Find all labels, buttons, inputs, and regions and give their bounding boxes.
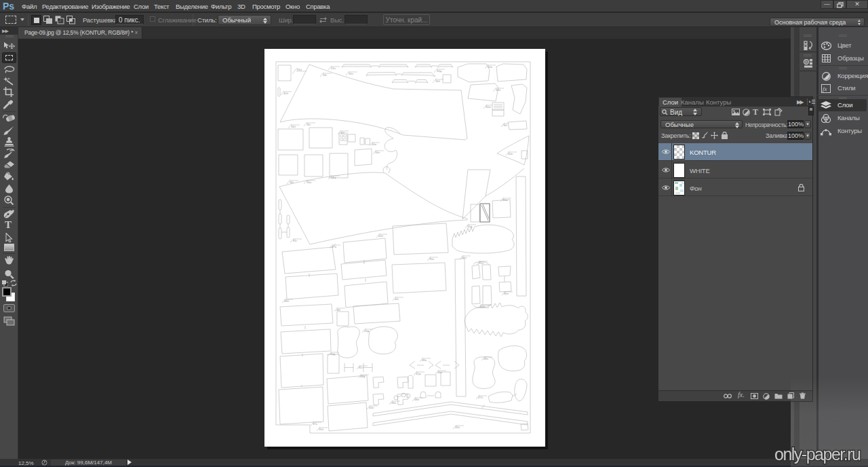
svg-text:44д: 44д [330, 352, 336, 356]
svg-text:81в: 81в [297, 68, 302, 71]
svg-text:43д: 43д [364, 329, 370, 333]
svg-text:34е: 34е [375, 151, 380, 154]
svg-text:30г: 30г [503, 124, 508, 127]
svg-text:47в: 47в [332, 245, 337, 248]
svg-text:81т: 81т [359, 366, 363, 369]
svg-text:34б: 34б [435, 79, 441, 83]
svg-text:81г: 81г [293, 239, 298, 242]
svg-text:34б: 34б [291, 125, 296, 128]
svg-text:48а: 48а [422, 358, 427, 362]
svg-text:30д: 30д [467, 225, 473, 228]
svg-text:only-paper.ru: only-paper.ru [774, 445, 861, 464]
svg-text:47б: 47б [478, 396, 484, 399]
svg-text:48б: 48б [284, 299, 290, 303]
svg-text:35г: 35г [307, 123, 311, 126]
svg-text:34а: 34а [307, 181, 312, 184]
svg-text:34з: 34з [349, 72, 353, 75]
svg-text:49б: 49б [455, 426, 460, 429]
svg-text:34г: 34г [290, 181, 294, 184]
svg-text:48е: 48е [437, 371, 443, 374]
svg-text:80л: 80л [480, 305, 486, 308]
svg-text:34г: 34г [323, 73, 328, 77]
svg-text:44б: 44б [378, 234, 384, 238]
svg-text:81б: 81б [479, 261, 484, 265]
svg-text:48д: 48д [360, 375, 366, 378]
svg-text:48в: 48в [414, 398, 420, 401]
svg-text:30ж: 30ж [502, 198, 508, 202]
svg-text:40в: 40в [372, 143, 377, 146]
svg-text:80н: 80н [504, 292, 509, 295]
svg-text:44в: 44в [369, 406, 374, 409]
svg-text:42д: 42д [416, 372, 421, 375]
svg-text:49а: 49а [391, 401, 397, 405]
svg-text:48г: 48г [336, 308, 341, 312]
svg-text:37е: 37е [313, 422, 318, 426]
svg-text:30е: 30е [429, 257, 435, 261]
svg-text:40а: 40а [488, 65, 493, 69]
svg-text:41е: 41е [331, 67, 336, 70]
svg-text:40б: 40б [283, 92, 289, 95]
svg-text:40в: 40в [508, 152, 513, 155]
svg-text:34ю: 34ю [486, 105, 491, 109]
svg-text:40б: 40б [496, 88, 501, 92]
svg-text:40г: 40г [340, 131, 345, 134]
svg-text:44г: 44г [395, 297, 399, 301]
svg-text:fx: fx [823, 86, 827, 92]
svg-text:34д: 34д [437, 69, 442, 73]
svg-text:36л: 36л [462, 256, 467, 259]
svg-text:20б: 20б [319, 428, 324, 431]
svg-text:34ж: 34ж [331, 176, 336, 179]
svg-text:48н: 48н [484, 357, 489, 360]
